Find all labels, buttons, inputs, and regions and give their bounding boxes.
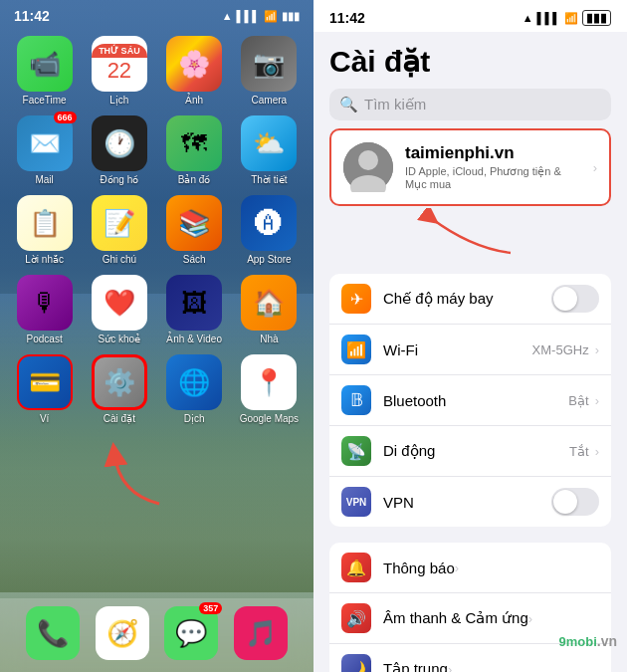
app-icon-notes: 📋 bbox=[17, 195, 73, 251]
sound-chevron: › bbox=[528, 611, 532, 626]
app-photovideo[interactable]: 🖼 Ảnh & Video bbox=[162, 275, 227, 344]
notif-label: Thông báo bbox=[383, 560, 455, 576]
profile-chevron: › bbox=[593, 160, 597, 175]
profile-avatar bbox=[343, 142, 393, 192]
app-icon-settings: ⚙️ bbox=[92, 354, 147, 410]
notifications-group: 🔔 Thông báo › 🔊 Âm thanh & Cảm ứng › 🌙 T… bbox=[329, 543, 611, 672]
dock-safari[interactable]: 🧭 bbox=[96, 606, 149, 660]
app-label-googlemaps: Google Maps bbox=[240, 413, 299, 424]
watermark: 9mobi.vn bbox=[558, 626, 617, 652]
sound-icon: 🔊 bbox=[341, 603, 371, 633]
airplane-toggle[interactable] bbox=[551, 285, 599, 313]
app-icon-weather: ⛅ bbox=[241, 115, 297, 171]
airplane-label: Chế độ máy bay bbox=[383, 290, 494, 308]
mail-badge: 666 bbox=[54, 112, 77, 123]
app-translate[interactable]: 🌐 Dịch bbox=[162, 354, 227, 424]
wifi-icon-left: 📶 bbox=[264, 10, 278, 23]
app-label-photovideo: Ảnh & Video bbox=[166, 334, 222, 344]
app-icon-appstore: 🅐 bbox=[241, 195, 297, 251]
bluetooth-chevron: › bbox=[595, 393, 599, 408]
time-left: 11:42 bbox=[14, 8, 50, 24]
app-label-translate: Dịch bbox=[184, 413, 205, 424]
app-icon-maps: 🗺 bbox=[166, 115, 222, 171]
app-icon-wallet: 💳 bbox=[17, 354, 73, 410]
wifi-value: XM-5GHz bbox=[532, 342, 589, 357]
status-bar-left: 11:42 ▲ ▌▌▌ 📶 ▮▮▮ bbox=[0, 0, 314, 28]
app-label-podcast: Podcast bbox=[27, 334, 63, 344]
app-camera[interactable]: 📷 Camera bbox=[237, 36, 302, 106]
location-icon-right: ▲ bbox=[522, 12, 533, 24]
app-label-appstore: App Store bbox=[247, 254, 291, 265]
dock-phone[interactable]: 📞 bbox=[26, 606, 80, 660]
search-bar[interactable]: 🔍 Tìm kiếm bbox=[329, 89, 611, 120]
right-panel: 11:42 ▲ ▌▌▌ 📶 ▮▮▮ Cài đặt 🔍 Tìm kiếm bbox=[314, 0, 627, 672]
app-clock[interactable]: 🕐 Đồng hồ bbox=[87, 115, 151, 185]
vpn-toggle[interactable] bbox=[551, 488, 599, 516]
location-icon-left: ▲ bbox=[222, 10, 233, 22]
signal-icon-left: ▌▌▌ bbox=[237, 10, 260, 22]
app-label-facetime: FaceTime bbox=[23, 95, 67, 106]
app-anh[interactable]: 🌸 Ảnh bbox=[162, 36, 227, 106]
vpn-icon: VPN bbox=[341, 487, 371, 517]
wifi-icon: 📶 bbox=[341, 335, 371, 364]
settings-cellular[interactable]: 📡 Di động Tắt › bbox=[329, 426, 611, 477]
app-home[interactable]: 🏠 Nhà bbox=[237, 275, 302, 344]
dock-icon-safari: 🧭 bbox=[96, 606, 149, 660]
app-facetime[interactable]: 📹 FaceTime bbox=[12, 36, 77, 106]
app-mail[interactable]: ✉️ 666 Mail bbox=[12, 115, 77, 185]
app-label-notes: Lời nhắc bbox=[25, 254, 64, 265]
dock-icon-messages: 💬 357 bbox=[164, 606, 218, 660]
app-label-clock: Đồng hồ bbox=[101, 174, 139, 185]
dock-messages[interactable]: 💬 357 bbox=[164, 606, 218, 660]
app-appstore[interactable]: 🅐 App Store bbox=[237, 195, 302, 265]
cellular-label: Di động bbox=[383, 442, 435, 460]
dock: 📞 🧭 💬 357 🎵 bbox=[0, 598, 314, 672]
settings-wifi[interactable]: 📶 Wi-Fi XM-5GHz › bbox=[329, 325, 611, 375]
vpn-label: VPN bbox=[383, 494, 414, 511]
app-health[interactable]: ❤️ Sức khoẻ bbox=[87, 275, 151, 344]
app-weather[interactable]: ⛅ Thời tiết bbox=[237, 115, 302, 185]
app-label-weather: Thời tiết bbox=[251, 174, 287, 185]
settings-airplane[interactable]: ✈ Chế độ máy bay bbox=[329, 274, 611, 325]
cellular-value: Tắt bbox=[569, 444, 589, 459]
notif-icon: 🔔 bbox=[341, 553, 371, 582]
profile-name: taimienphi.vn bbox=[405, 143, 593, 163]
app-label-notes2: Ghi chú bbox=[103, 254, 136, 265]
app-label-home: Nhà bbox=[260, 334, 278, 344]
cellular-chevron: › bbox=[595, 444, 599, 459]
status-icons-left: ▲ ▌▌▌ 📶 ▮▮▮ bbox=[222, 10, 300, 23]
app-googlemaps[interactable]: 📍 Google Maps bbox=[237, 354, 302, 424]
watermark-sub: .vn bbox=[597, 633, 617, 649]
signal-icon-right: ▌▌▌ bbox=[537, 12, 560, 24]
settings-vpn[interactable]: VPN VPN bbox=[329, 477, 611, 527]
app-wallet[interactable]: 💳 Ví bbox=[12, 354, 77, 424]
search-icon: 🔍 bbox=[339, 96, 358, 113]
wifi-icon-right: 📶 bbox=[564, 12, 578, 25]
dock-icon-phone: 📞 bbox=[26, 606, 80, 660]
settings-bluetooth[interactable]: 𝔹 Bluetooth Bật › bbox=[329, 375, 611, 426]
notif-chevron: › bbox=[455, 560, 459, 575]
airplane-toggle-knob bbox=[553, 287, 577, 311]
app-lich[interactable]: THỨ SÁU 22 Lịch bbox=[87, 36, 151, 106]
time-right: 11:42 bbox=[329, 10, 365, 26]
app-icon-photovideo: 🖼 bbox=[166, 275, 222, 331]
app-icon-health: ❤️ bbox=[92, 275, 147, 331]
battery-icon-left: ▮▮▮ bbox=[282, 10, 300, 23]
airplane-icon: ✈ bbox=[341, 284, 371, 314]
arrow-left bbox=[100, 434, 179, 518]
app-icon-notes2: 📝 bbox=[92, 195, 147, 251]
dock-music[interactable]: 🎵 bbox=[234, 606, 288, 660]
arrow-right bbox=[411, 208, 530, 258]
app-books[interactable]: 📚 Sách bbox=[162, 195, 227, 265]
connectivity-section: ✈ Chế độ máy bay 📶 Wi-Fi XM-5GHz › 𝔹 Blu… bbox=[314, 274, 627, 527]
app-settings[interactable]: ⚙️ Cài đặt bbox=[87, 354, 151, 424]
settings-notif[interactable]: 🔔 Thông báo › bbox=[329, 543, 611, 593]
app-label-wallet: Ví bbox=[40, 413, 49, 424]
app-maps[interactable]: 🗺 Bản đồ bbox=[162, 115, 227, 185]
app-podcast[interactable]: 🎙 Podcast bbox=[12, 275, 77, 344]
profile-item[interactable]: taimienphi.vn ID Apple, iCloud, Phương t… bbox=[329, 128, 611, 206]
app-notes2[interactable]: 📝 Ghi chú bbox=[87, 195, 151, 265]
app-notes[interactable]: 📋 Lời nhắc bbox=[12, 195, 77, 265]
left-panel: 11:42 ▲ ▌▌▌ 📶 ▮▮▮ 📹 FaceTime THỨ SÁU 22 … bbox=[0, 0, 314, 672]
app-label-anh: Ảnh bbox=[185, 95, 203, 106]
